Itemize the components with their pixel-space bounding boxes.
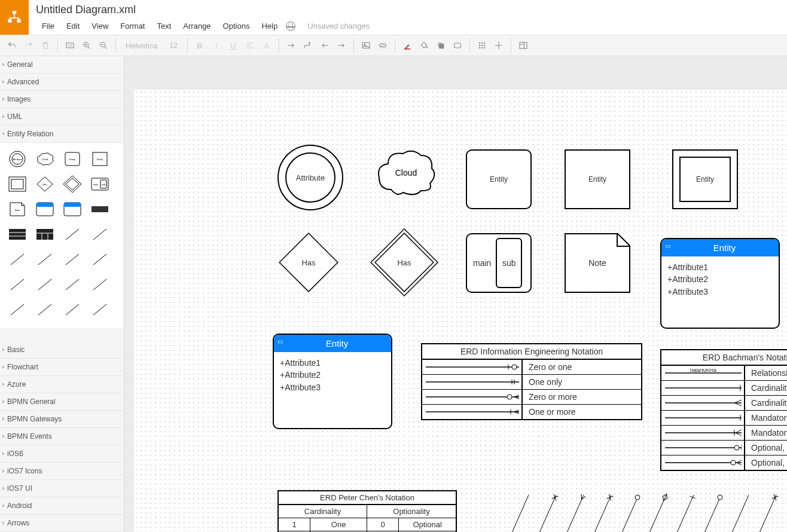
- palette-connector[interactable]: [4, 297, 31, 322]
- sidebar-section[interactable]: Images: [0, 91, 124, 108]
- palette-shape[interactable]: [59, 172, 86, 197]
- shape-note[interactable]: Note: [565, 233, 630, 293]
- menu-arrange[interactable]: Arrange: [177, 19, 216, 33]
- delete-button[interactable]: [37, 37, 54, 54]
- font-family[interactable]: Helvetica: [120, 41, 163, 50]
- underline-button[interactable]: U: [225, 37, 242, 54]
- palette-shape[interactable]: [59, 197, 86, 222]
- shape-identifying-relationship[interactable]: Has: [375, 233, 434, 292]
- font-color-button[interactable]: A: [258, 37, 275, 54]
- menu-file[interactable]: File: [36, 19, 60, 33]
- palette-connector[interactable]: [86, 272, 114, 297]
- palette-shape[interactable]: [31, 197, 59, 222]
- palette-shape[interactable]: Note: [4, 197, 31, 222]
- sidebar-section[interactable]: Basic: [0, 341, 124, 359]
- shape-entity-rect[interactable]: Entity: [565, 149, 630, 209]
- sidebar-section[interactable]: Arrows: [0, 515, 124, 532]
- image-button[interactable]: [358, 37, 374, 54]
- shape-entity-frame[interactable]: Entity: [672, 149, 738, 209]
- palette-connector[interactable]: [59, 247, 86, 272]
- grid-dots-button[interactable]: [474, 37, 490, 54]
- palette-shape[interactable]: [86, 197, 114, 222]
- sidebar-section[interactable]: BPMN Events: [0, 428, 124, 445]
- shape-weak-entity[interactable]: main sub: [466, 233, 532, 293]
- guides-button[interactable]: [490, 37, 507, 54]
- palette-connector[interactable]: [31, 297, 59, 322]
- sidebar-section[interactable]: BPMN General: [0, 393, 124, 411]
- shape-cloud[interactable]: Cloud: [373, 145, 439, 204]
- palette-connector[interactable]: [4, 272, 31, 297]
- app-logo[interactable]: [0, 0, 29, 35]
- sidebar-section[interactable]: iOS6: [0, 445, 124, 463]
- sidebar-section[interactable]: General: [0, 56, 124, 74]
- sidebar-section-entity-relation[interactable]: Entity Relation: [0, 126, 124, 143]
- menu-help[interactable]: Help: [255, 19, 283, 33]
- shape-chen-notation[interactable]: ERD Peter Chen's Notation CardinalityOpt…: [277, 490, 457, 532]
- shape-entity-table-2[interactable]: ▭Entity +Attribute1 +Attribute2 +Attribu…: [273, 334, 392, 429]
- line-end-button[interactable]: [333, 37, 350, 54]
- menu-edit[interactable]: Edit: [60, 19, 86, 33]
- palette-connector[interactable]: [86, 297, 114, 322]
- document-title[interactable]: Untitled Diagram.xml: [36, 2, 781, 17]
- palette-shape[interactable]: [4, 172, 31, 197]
- unsaved-label: Unsaved changes: [301, 19, 376, 33]
- menu-options[interactable]: Options: [217, 19, 256, 33]
- sidebar-section[interactable]: Advanced: [0, 74, 124, 91]
- redo-button[interactable]: [20, 37, 37, 54]
- zoom-in-button[interactable]: [78, 37, 95, 54]
- stroke-color-button[interactable]: [399, 37, 416, 54]
- sidebar-section[interactable]: iOS7 Icons: [0, 463, 124, 480]
- menu-view[interactable]: View: [86, 19, 114, 33]
- palette-connector[interactable]: [59, 297, 86, 322]
- palette-shape[interactable]: Entity: [86, 146, 114, 172]
- font-size[interactable]: 12: [163, 41, 183, 50]
- link-button[interactable]: [374, 37, 391, 54]
- shape-attribute[interactable]: Attribute: [285, 152, 335, 203]
- sidebar-section[interactable]: Flowchart: [0, 359, 124, 376]
- fill-color-button[interactable]: [416, 37, 432, 54]
- shadow-button[interactable]: [432, 37, 449, 54]
- palette-shape[interactable]: [4, 222, 31, 247]
- sidebar-section[interactable]: Azure: [0, 376, 124, 393]
- palette-connector[interactable]: [86, 247, 114, 272]
- format-panel-button[interactable]: [515, 37, 532, 54]
- palette-connector[interactable]: [59, 222, 86, 247]
- palette-shape[interactable]: [31, 222, 59, 247]
- palette-connector[interactable]: [86, 222, 114, 247]
- zoom-out-button[interactable]: [95, 37, 112, 54]
- align-button[interactable]: [242, 37, 258, 54]
- palette-shape[interactable]: Entity: [59, 146, 86, 172]
- undo-button[interactable]: [4, 37, 20, 54]
- bold-button[interactable]: B: [191, 37, 208, 54]
- palette-connector[interactable]: [31, 272, 59, 297]
- shape-ie-notation[interactable]: ERD Information Engineering Notation Zer…: [421, 343, 642, 420]
- menu-text[interactable]: Text: [151, 19, 177, 33]
- connector-samples[interactable]: [499, 489, 787, 532]
- line-start-button[interactable]: [316, 37, 333, 54]
- shape-entity-table-1[interactable]: ▭Entity +Attribute1 +Attribute2 +Attribu…: [660, 238, 780, 329]
- palette-shape[interactable]: Attribute: [4, 146, 31, 172]
- palette-shape[interactable]: mainsub: [86, 172, 114, 197]
- palette-connector[interactable]: [31, 247, 59, 272]
- svg-point-16: [484, 42, 484, 43]
- sidebar-section[interactable]: iOS7 UI: [0, 480, 124, 497]
- connection-button[interactable]: [283, 37, 300, 54]
- menu-format[interactable]: Format: [114, 19, 151, 33]
- zoom-reset-button[interactable]: 1:1: [62, 37, 78, 54]
- canvas[interactable]: Attribute Cloud Entity Entity Entity Has…: [134, 90, 787, 532]
- language-icon[interactable]: [286, 22, 295, 31]
- rounded-button[interactable]: [449, 37, 466, 54]
- palette-connector[interactable]: [4, 247, 31, 272]
- shape-relationship-has[interactable]: Has: [279, 233, 338, 292]
- palette-shape[interactable]: Cloud: [31, 146, 59, 172]
- shape-entity-rounded[interactable]: Entity: [466, 149, 532, 209]
- sidebar-section[interactable]: BPMN Gateways: [0, 411, 124, 428]
- sidebar-section[interactable]: Android: [0, 497, 124, 515]
- palette-connector[interactable]: [59, 272, 86, 297]
- svg-line-62: [11, 304, 24, 315]
- shape-bachman-notation[interactable]: ERD Bachman's Notation has/formsRelation…: [660, 349, 787, 471]
- italic-button[interactable]: I: [208, 37, 225, 54]
- waypoint-button[interactable]: [300, 37, 316, 54]
- sidebar-section[interactable]: UML: [0, 108, 124, 126]
- palette-shape[interactable]: Has: [31, 172, 59, 197]
